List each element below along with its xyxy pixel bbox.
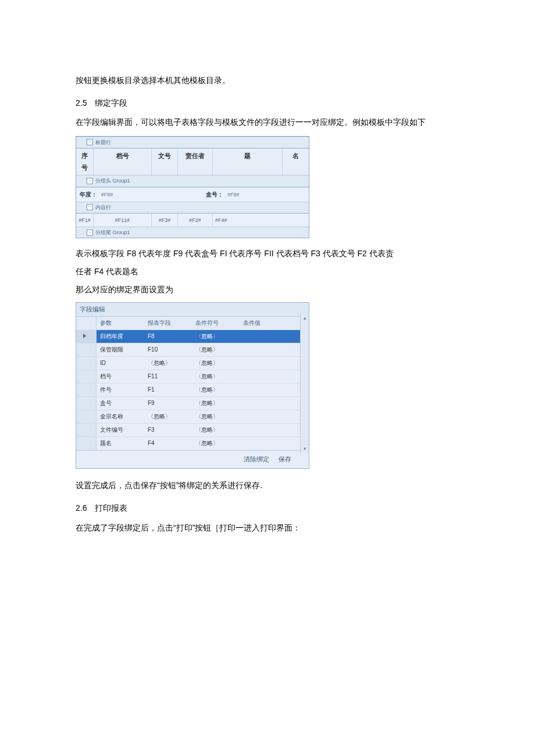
collapse-icon: - — [87, 204, 93, 210]
row-handle[interactable] — [76, 424, 97, 437]
grid-cell[interactable]: ID — [97, 357, 145, 370]
band-body: - 内容行 — [76, 202, 309, 213]
year-field: #F8# — [101, 192, 113, 198]
grid-cell[interactable]: F10 — [144, 343, 192, 357]
col-docno: 档号 — [94, 149, 152, 175]
col-op: 条件符号 — [192, 317, 240, 330]
grid-cell[interactable] — [240, 410, 309, 424]
table-row[interactable]: 盒号F9〈忽略〉 — [76, 397, 309, 410]
table-row[interactable]: 全宗名称〈忽略〉〈忽略〉 — [76, 410, 309, 424]
grid-cell[interactable]: 题名 — [97, 437, 145, 450]
band-label-text: 标题行 — [95, 138, 111, 147]
grid-cell[interactable]: 保管期限 — [97, 343, 145, 357]
table-row[interactable]: 题名F4〈忽略〉 — [76, 437, 309, 450]
row-handle[interactable] — [76, 370, 97, 384]
grid-cell[interactable] — [240, 397, 309, 410]
editor-buttons: 清除绑定 保存 — [76, 450, 309, 468]
table-row[interactable]: 件号F1〈忽略〉 — [76, 384, 309, 397]
collapse-icon: - — [87, 230, 93, 236]
grid-cell[interactable]: 〈忽略〉 — [192, 424, 240, 437]
template-body-row: #F1# #F11# #F3# #F2# #F4# — [76, 213, 309, 227]
grid-cell[interactable]: 〈忽略〉 — [192, 410, 240, 424]
grid-cell[interactable]: F11 — [144, 370, 192, 384]
paragraph: 表示模板字段 F8 代表年度 F9 代表盒号 FI 代表序号 FII 代表档号 … — [76, 246, 459, 261]
grid-cell[interactable]: 盒号 — [97, 397, 145, 410]
col-ming: 名 — [283, 149, 309, 175]
field-editor: 字段编辑 参数 报表字段 条件符号 条件值 归档年度F8〈忽略〉保管期限F10〈… — [76, 302, 309, 470]
grid-cell[interactable]: 〈忽略〉 — [192, 384, 240, 397]
table-row[interactable]: 归档年度F8〈忽略〉 — [76, 330, 309, 343]
grid-cell[interactable]: 全宗名称 — [97, 410, 145, 424]
band-title-row: - 标题行 — [76, 137, 309, 148]
table-row[interactable]: ID〈忽略〉〈忽略〉 — [76, 357, 309, 370]
grid-cell[interactable]: 〈忽略〉 — [192, 370, 240, 384]
scroll-up-icon[interactable]: ▴ — [304, 313, 306, 323]
band-group-head: - 分组头 Group1 — [76, 175, 309, 187]
clear-binding-button[interactable]: 清除绑定 — [244, 454, 269, 465]
grid-cell[interactable]: 〈忽略〉 — [192, 357, 240, 370]
box-field: #F9# — [227, 192, 240, 198]
grid-cell[interactable]: F9 — [144, 397, 192, 410]
row-handle-head — [76, 317, 97, 330]
grid-cell[interactable] — [240, 343, 309, 357]
grid-cell[interactable]: 归档年度 — [97, 330, 145, 343]
grid-cell[interactable]: 〈忽略〉 — [144, 410, 192, 424]
body-f1: #F1# — [76, 214, 94, 227]
body-f4: #F4# — [213, 214, 309, 227]
col-val: 条件值 — [240, 317, 309, 330]
grid-cell[interactable]: 〈忽略〉 — [192, 437, 240, 450]
grid-cell[interactable] — [240, 437, 309, 450]
scrollbar[interactable]: ▴ ▾ — [300, 313, 309, 454]
template-header-row: 序号 档号 文号 责任者 题 名 — [76, 148, 309, 175]
scroll-down-icon[interactable]: ▾ — [304, 444, 306, 453]
grid-cell[interactable]: F4 — [144, 437, 192, 450]
grid-cell[interactable]: F8 — [144, 330, 192, 343]
field-editor-title: 字段编辑 — [76, 303, 309, 317]
grid-cell[interactable] — [240, 370, 309, 384]
row-handle[interactable] — [76, 397, 97, 410]
row-handle[interactable] — [76, 410, 97, 424]
row-handle[interactable] — [76, 437, 97, 450]
grid-cell[interactable]: 〈忽略〉 — [192, 330, 240, 343]
body-f3: #F3# — [152, 214, 178, 227]
grid-cell[interactable] — [240, 384, 309, 397]
grid-cell[interactable]: F1 — [144, 384, 192, 397]
paragraph: 那么对应的绑定界面设置为 — [76, 282, 459, 297]
row-handle[interactable] — [76, 357, 97, 370]
paragraph: 在完成了字段绑定后，点击“打印”按钮［打印一进入打印界面： — [76, 521, 459, 535]
row-indicator-icon — [83, 334, 86, 338]
paragraph: 按钮更换模板目录选择本机其他模板目录。 — [76, 73, 459, 88]
section-heading-2-6: 2.6 打印报表 — [76, 501, 459, 515]
table-row[interactable]: 保管期限F10〈忽略〉 — [76, 343, 309, 357]
field-grid: 参数 报表字段 条件符号 条件值 归档年度F8〈忽略〉保管期限F10〈忽略〉ID… — [76, 317, 309, 450]
paragraph: 在字段编辑界面，可以将电子表格字段与模板文件的字段进行一一对应绑定。例如模板中字… — [76, 115, 459, 130]
grid-cell[interactable] — [240, 424, 309, 437]
table-row[interactable]: 文件编号F3〈忽略〉 — [76, 424, 309, 437]
body-f11: #F11# — [94, 214, 152, 227]
year-label: 年度： — [80, 191, 97, 198]
grid-cell[interactable]: 件号 — [97, 384, 145, 397]
collapse-icon: - — [87, 178, 93, 184]
col-ti: 题 — [213, 149, 283, 175]
col-param: 参数 — [97, 317, 145, 330]
grid-cell[interactable]: 文件编号 — [97, 424, 145, 437]
section-heading-2-5: 2.5 绑定字段 — [76, 96, 459, 110]
grid-cell[interactable] — [240, 330, 309, 343]
row-handle[interactable] — [76, 343, 97, 357]
collapse-icon: - — [87, 139, 93, 145]
table-row[interactable]: 档号F11〈忽略〉 — [76, 370, 309, 384]
grid-cell[interactable]: F3 — [144, 424, 192, 437]
grid-cell[interactable]: 〈忽略〉 — [192, 397, 240, 410]
grid-cell[interactable]: 〈忽略〉 — [144, 357, 192, 370]
row-handle[interactable] — [76, 330, 97, 343]
paragraph: 任者 F4 代表题名 — [76, 264, 459, 279]
row-handle[interactable] — [76, 384, 97, 397]
save-button[interactable]: 保存 — [279, 454, 291, 465]
grid-cell[interactable] — [240, 357, 309, 370]
grid-header: 参数 报表字段 条件符号 条件值 — [76, 317, 309, 330]
grid-cell[interactable]: 档号 — [97, 370, 145, 384]
body-f2: #F2# — [178, 214, 213, 227]
col-resp: 责任者 — [178, 149, 213, 175]
band-group-footer: - 分组尾 Group1 — [76, 227, 309, 238]
grid-cell[interactable]: 〈忽略〉 — [192, 343, 240, 357]
